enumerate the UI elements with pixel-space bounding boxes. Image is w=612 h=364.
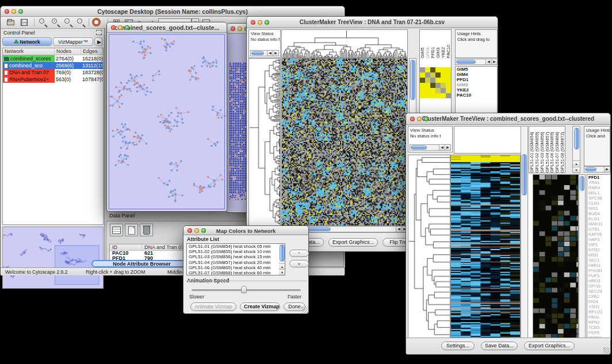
gene-label[interactable]: GIM4 (456, 72, 497, 77)
gene-label[interactable]: RPO21 (587, 309, 610, 315)
gene-label[interactable]: FIG4 (587, 299, 610, 304)
network-list-row[interactable]: DNA and Tran 07 769(0) 183728(0) (3, 69, 103, 76)
gene-label[interactable]: GPI16 (587, 283, 610, 289)
gene-label[interactable]: SEC24 (587, 289, 610, 294)
tab-node-attribute-browser[interactable]: Node Attribute Browser (91, 260, 192, 267)
delete-attribute-icon[interactable] (140, 224, 153, 236)
column-label[interactable]: GPL51-02 (GSM855) (534, 127, 540, 173)
gene-label[interactable]: SEC1 (587, 258, 610, 263)
row-dendrogram[interactable] (248, 58, 281, 226)
usage-hints-scrollbar[interactable]: ▶ (584, 166, 610, 173)
zoom-button[interactable] (424, 117, 429, 121)
save-session-icon[interactable] (20, 18, 29, 27)
move-up-button[interactable]: ^ (289, 250, 309, 257)
zoom-in-icon[interactable]: + (51, 18, 61, 27)
expression-heatmap[interactable] (450, 155, 521, 339)
close-button[interactable] (231, 26, 235, 31)
row-dendrogram[interactable] (408, 155, 450, 339)
gene-label[interactable]: PAN1 (587, 315, 610, 320)
select-attributes-icon[interactable] (110, 224, 123, 236)
gene-label[interactable]: RPN1 (587, 320, 610, 325)
move-down-button[interactable]: v (289, 260, 309, 267)
column-label[interactable]: GPL51-06 (GSM865) (549, 127, 554, 173)
help-icon[interactable] (92, 18, 102, 27)
treeview-button[interactable]: Settings... (441, 342, 475, 350)
column-label[interactable]: GPL51-01 (GSM854) (529, 127, 534, 173)
zoom-heatmap-scrollbar[interactable] (579, 174, 586, 339)
network-list-row[interactable]: combined_sco 2569(6) 13112(15) (3, 62, 103, 69)
create-attribute-icon[interactable] (125, 224, 138, 236)
zoom-button[interactable] (18, 9, 23, 14)
expression-heatmap[interactable] (281, 58, 408, 226)
attribute-list-item[interactable]: GPL51-01 (GSM854) heat shock 05 min (187, 244, 285, 249)
gene-label[interactable]: YKE2 (456, 87, 497, 93)
minimize-button[interactable] (417, 117, 422, 121)
gene-label[interactable]: MSI1 (587, 252, 610, 258)
attribute-list-item[interactable]: GPL51-06 (GSM865) heat shock 40 min (187, 265, 285, 270)
view-status-scrollbar[interactable]: ◀▶ (250, 50, 279, 56)
gene-label[interactable]: HAP3 (587, 237, 610, 242)
heatmap-vscrollbar[interactable] (521, 126, 528, 339)
gene-label[interactable]: PAC10 (456, 93, 497, 98)
attribute-list-scrollbar[interactable]: ▲▼ (279, 244, 285, 275)
gene-label[interactable]: CLN1 (587, 201, 610, 206)
column-label[interactable]: YKE2 (441, 30, 446, 58)
gene-label[interactable]: MSL1 (587, 190, 610, 196)
gene-label[interactable]: PFD1 (456, 77, 497, 82)
treeview-button[interactable]: Save Data... (481, 342, 518, 350)
close-button[interactable] (410, 117, 415, 121)
zoom-heatmap[interactable] (533, 174, 579, 339)
gene-label[interactable]: TCB3 (587, 325, 610, 330)
minimize-button[interactable] (258, 20, 262, 25)
treeview-button[interactable]: Export Graphics... (328, 238, 378, 247)
gene-label[interactable]: KAP95 (587, 232, 610, 237)
minimize-button[interactable] (194, 228, 199, 233)
column-label[interactable]: GIM3 (435, 30, 441, 58)
resize-grip[interactable] (603, 347, 610, 354)
gene-label[interactable]: HMG1 (587, 263, 610, 268)
column-label[interactable]: GIM5 (420, 30, 425, 58)
column-label[interactable]: PFD1 (430, 30, 435, 58)
gene-label[interactable]: HRD3 (587, 278, 610, 283)
attribute-list-item[interactable]: GPL51-04 (GSM857) heat shock 20 min (187, 260, 285, 265)
attribute-list-item[interactable]: GPL51-02 (GSM855) heat shock 10 min (187, 249, 285, 254)
close-button[interactable] (251, 20, 255, 25)
column-dendrogram-area[interactable] (454, 126, 522, 154)
gene-label[interactable]: GIM5 (456, 67, 497, 72)
zoom-selected-icon[interactable]: ▫ (64, 18, 74, 27)
close-button[interactable] (111, 25, 116, 30)
gene-label[interactable]: GTB1 (587, 227, 610, 232)
zoom-button[interactable] (265, 20, 269, 25)
tab-vizmapper[interactable]: VizMapper™ (53, 37, 93, 46)
gene-label[interactable]: VIP1 (587, 242, 610, 247)
gene-label[interactable]: MAK31 (587, 221, 610, 227)
minimize-button[interactable] (118, 25, 123, 30)
close-button[interactable] (5, 9, 9, 14)
tv1-titlebar[interactable]: ClusterMaker TreeView : DNA and Tran 07-… (247, 17, 498, 28)
attribute-list-item[interactable]: GPL51-03 (GSM856) heat shock 15 min (187, 254, 285, 259)
gene-label[interactable]: BUD4 (587, 211, 610, 216)
attribute-list-item[interactable]: GPL51-07 (GSM868) heat shock 60 min (187, 270, 285, 275)
column-label[interactable]: GPL51-07 (GSM868) (554, 127, 560, 173)
zoom-button[interactable] (201, 228, 206, 233)
gene-label[interactable]: YRA1 (587, 180, 610, 185)
zoom-out-icon[interactable]: − (39, 18, 48, 27)
gene-label[interactable]: ELG1 (587, 216, 610, 221)
zoom-button[interactable] (125, 25, 129, 30)
network-overview[interactable] (2, 227, 104, 289)
create-vizmap-button[interactable]: Create Vizmap (240, 302, 280, 311)
summary-heatmap[interactable] (420, 67, 451, 98)
dialog-titlebar[interactable]: Map Colors to Network (183, 226, 308, 235)
treeview-button[interactable]: Export Graphics... (524, 342, 575, 350)
gene-label[interactable]: PUF3 (587, 273, 610, 278)
gene-label[interactable]: PEP5 (587, 330, 610, 335)
label-scrollbar[interactable]: ▲▼ (572, 126, 580, 173)
gene-label[interactable]: NTR2 (587, 247, 610, 252)
column-dendrogram[interactable] (281, 29, 408, 58)
gene-label[interactable]: RNR4 (587, 185, 610, 190)
float-panel-icon[interactable] (96, 30, 102, 35)
network-list-row[interactable]: RNAPuberNov2+ 563(0) 107847(0) (3, 76, 103, 83)
gene-label[interactable]: PHO81 (587, 268, 610, 273)
network-list-row[interactable]: combined_scores 2764(0) 16218(0) (3, 55, 103, 62)
close-button[interactable] (188, 228, 192, 233)
